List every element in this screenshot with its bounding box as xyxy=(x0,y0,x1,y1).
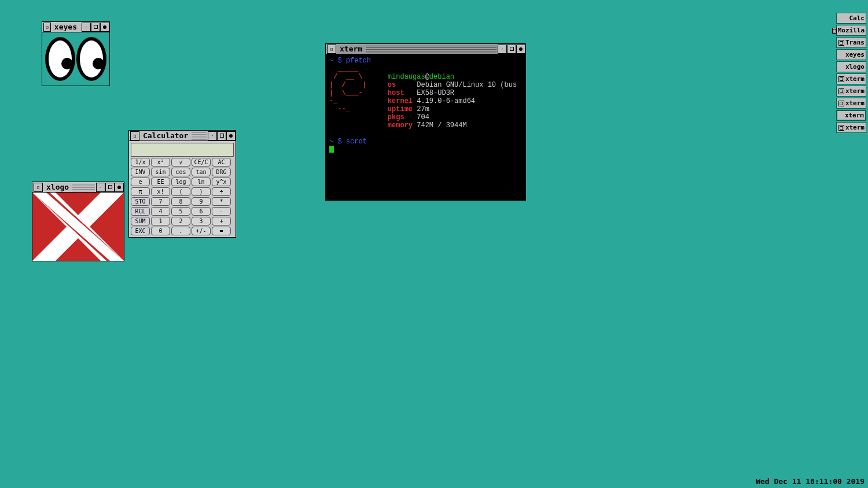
task-label: Calc xyxy=(849,14,865,22)
calculator-window[interactable]: ▫ Calculator · 1/xx²√CE/CACINVsincostanD… xyxy=(128,130,236,238)
calc-key-sum[interactable]: SUM xyxy=(131,217,150,225)
task-label: xterm xyxy=(845,87,865,95)
calc-key-[interactable]: √ xyxy=(171,158,190,167)
xterm-terminal[interactable]: ~ $ pfetch _____ / __ \ mindaugas@debian… xyxy=(326,54,525,200)
calc-key-tan[interactable]: tan xyxy=(192,168,211,176)
xeyes-window[interactable]: ▫ xeyes · xyxy=(42,21,110,86)
calc-key-[interactable]: ÷ xyxy=(212,187,231,196)
task-label: xlogo xyxy=(845,63,865,71)
close-button[interactable] xyxy=(115,183,124,192)
xterm-titlebar[interactable]: ▫ xterm · xyxy=(326,44,525,54)
minimize-button[interactable]: · xyxy=(208,131,217,141)
calculator-display xyxy=(131,143,234,157)
task-label: xterm xyxy=(845,112,864,119)
calc-key-sin[interactable]: sin xyxy=(151,168,170,176)
calc-key-log[interactable]: log xyxy=(171,178,190,186)
task-label: xterm xyxy=(845,75,865,83)
calc-key-rcl[interactable]: RCL xyxy=(131,207,150,216)
task-icon xyxy=(838,40,844,46)
task-label: Trans xyxy=(845,39,865,46)
calculator-titlebar[interactable]: ▫ Calculator · xyxy=(129,131,236,141)
task-label: Mozilla xyxy=(838,27,865,34)
calc-key-e[interactable]: e xyxy=(131,178,150,186)
xeyes-title: xeyes xyxy=(52,23,79,31)
task-xterm[interactable]: xterm xyxy=(836,110,866,121)
close-button[interactable] xyxy=(100,23,109,32)
window-menu-icon[interactable]: ▫ xyxy=(43,23,51,32)
task-icon xyxy=(838,88,844,94)
close-button[interactable] xyxy=(516,45,525,54)
minimize-button[interactable]: · xyxy=(96,183,105,192)
calc-key-ee[interactable]: EE xyxy=(151,178,170,186)
eye-left xyxy=(45,37,75,81)
xlogo-title: xlogo xyxy=(44,183,71,191)
eye-right xyxy=(76,37,106,81)
calc-key-[interactable]: - xyxy=(212,207,231,216)
calc-key-[interactable]: . xyxy=(171,227,190,235)
task-xeyes[interactable]: xeyes xyxy=(836,49,866,60)
pupil-left xyxy=(61,58,73,69)
xlogo-icon xyxy=(32,193,124,261)
maximize-button[interactable] xyxy=(105,183,115,192)
calc-key-cos[interactable]: cos xyxy=(171,168,190,176)
xlogo-body xyxy=(32,193,124,261)
calc-key-[interactable]: π xyxy=(131,187,150,196)
task-xterm[interactable]: xterm xyxy=(836,98,866,109)
task-icon xyxy=(838,101,844,106)
xterm-title: xterm xyxy=(337,45,365,53)
calc-key-exc[interactable]: EXC xyxy=(131,227,150,235)
calc-key-ac[interactable]: AC xyxy=(212,158,231,167)
calc-key-inv[interactable]: INV xyxy=(131,168,150,176)
window-menu-icon[interactable]: ▫ xyxy=(130,131,139,141)
task-label: xterm xyxy=(845,124,865,131)
maximize-button[interactable] xyxy=(217,131,226,141)
calc-key-3[interactable]: 3 xyxy=(192,217,211,225)
minimize-button[interactable]: · xyxy=(498,45,507,54)
task-label: xterm xyxy=(845,99,865,107)
task-icon xyxy=(832,28,837,34)
calc-key-cec[interactable]: CE/C xyxy=(192,158,211,167)
calc-key-4[interactable]: 4 xyxy=(151,207,170,216)
calc-key-[interactable]: * xyxy=(212,197,231,206)
calc-key-6[interactable]: 6 xyxy=(192,207,211,216)
xeyes-body xyxy=(42,32,109,86)
calc-key-[interactable]: = xyxy=(212,227,231,235)
task-xterm[interactable]: xterm xyxy=(836,122,866,133)
calc-key-9[interactable]: 9 xyxy=(192,197,211,206)
calc-key-2[interactable]: 2 xyxy=(171,217,190,225)
xterm-window[interactable]: ▫ xterm · ~ $ pfetch _____ / __ \ mindau… xyxy=(325,43,526,201)
calc-key-1[interactable]: 1 xyxy=(151,217,170,225)
calc-key-yx[interactable]: y^x xyxy=(212,178,231,186)
window-menu-icon[interactable]: ▫ xyxy=(327,45,336,54)
xeyes-titlebar[interactable]: ▫ xeyes · xyxy=(42,22,109,32)
calc-key-7[interactable]: 7 xyxy=(151,197,170,206)
calc-key-[interactable]: ( xyxy=(171,187,190,196)
calc-key-0[interactable]: 0 xyxy=(151,227,170,235)
task-trans[interactable]: Trans xyxy=(836,37,866,48)
xlogo-window[interactable]: ▫ xlogo · xyxy=(32,182,124,261)
calc-key-[interactable]: +/- xyxy=(192,227,211,235)
calc-key-1x[interactable]: 1/x xyxy=(131,158,150,167)
calc-key-x[interactable]: x! xyxy=(151,187,170,196)
task-xterm[interactable]: xterm xyxy=(836,73,866,84)
calc-key-[interactable]: + xyxy=(212,217,231,225)
window-menu-icon[interactable]: ▫ xyxy=(34,183,43,192)
xlogo-titlebar[interactable]: ▫ xlogo · xyxy=(32,182,124,193)
calc-key-drg[interactable]: DRG xyxy=(212,168,231,176)
calculator-title: Calculator xyxy=(141,131,190,140)
calc-key-[interactable]: ) xyxy=(192,187,211,196)
close-button[interactable] xyxy=(226,131,236,141)
task-xlogo[interactable]: xlogo xyxy=(836,61,866,72)
maximize-button[interactable] xyxy=(91,23,100,32)
task-xterm[interactable]: xterm xyxy=(836,86,866,97)
maximize-button[interactable] xyxy=(507,45,516,54)
minimize-button[interactable]: · xyxy=(82,23,91,32)
calc-key-x[interactable]: x² xyxy=(151,158,170,167)
task-mozilla[interactable]: Mozilla xyxy=(836,25,866,36)
calc-key-sto[interactable]: STO xyxy=(131,197,150,206)
task-list: CalcMozillaTransxeyesxlogoxtermxtermxter… xyxy=(836,13,866,133)
calc-key-5[interactable]: 5 xyxy=(171,207,190,216)
calc-key-8[interactable]: 8 xyxy=(171,197,190,206)
calc-key-ln[interactable]: ln xyxy=(192,178,211,186)
task-calc[interactable]: Calc xyxy=(836,13,866,24)
